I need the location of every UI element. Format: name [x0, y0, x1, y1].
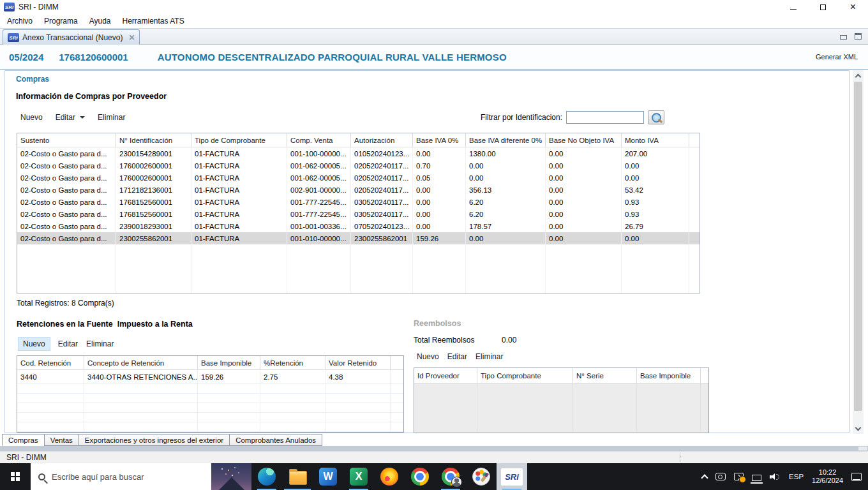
- cell[interactable]: 02-Costo o Gasto para d...: [17, 232, 116, 244]
- cell[interactable]: 0.00: [546, 160, 622, 172]
- mdi-maximize-icon[interactable]: [855, 33, 862, 40]
- cell[interactable]: 01-FACTURA: [191, 184, 287, 196]
- cell[interactable]: 01-FACTURA: [191, 220, 287, 232]
- cell[interactable]: 030520240117...: [351, 196, 413, 208]
- cell[interactable]: 0.00: [622, 172, 689, 184]
- cell[interactable]: 001-062-00005...: [287, 160, 351, 172]
- widgets-thumbnail[interactable]: [211, 463, 251, 490]
- cell[interactable]: 0.00: [466, 172, 546, 184]
- compras-nuevo-button[interactable]: Nuevo: [20, 113, 43, 122]
- reembolsos-editar-button[interactable]: Editar: [447, 352, 467, 361]
- cell[interactable]: 207.00: [622, 147, 689, 160]
- tab-anexo-transaccional[interactable]: SRi Anexo Transaccional (Nuevo) ✕: [3, 29, 140, 45]
- cell[interactable]: 0.05: [413, 172, 466, 184]
- table-row[interactable]: 02-Costo o Gasto para d...17600026000010…: [17, 160, 700, 172]
- column-header[interactable]: Base IVA diferente 0%: [466, 133, 546, 147]
- cell[interactable]: 02-Costo o Gasto para d...: [17, 172, 116, 184]
- cell[interactable]: 2300154289001: [116, 147, 191, 160]
- volume-icon[interactable]: [770, 473, 781, 481]
- compras-editar-button[interactable]: Editar: [56, 113, 85, 122]
- column-header[interactable]: Base Imponible: [198, 356, 260, 370]
- scroll-up-button[interactable]: [853, 70, 864, 80]
- column-header[interactable]: Base Imponible: [637, 368, 701, 383]
- cell[interactable]: 26.79: [622, 220, 689, 232]
- cell[interactable]: 020520240117...: [351, 184, 413, 196]
- cell[interactable]: 2300255862001: [116, 232, 191, 244]
- cell[interactable]: 2300255862001: [351, 232, 413, 244]
- cell[interactable]: 02-Costo o Gasto para d...: [17, 208, 116, 220]
- language-indicator[interactable]: ESP: [789, 473, 804, 480]
- vertical-scrollbar[interactable]: [853, 70, 864, 434]
- cell[interactable]: 001-777-22545...: [287, 196, 351, 208]
- column-header[interactable]: Cod. Retención: [17, 356, 84, 370]
- cell[interactable]: 6.20: [466, 196, 546, 208]
- cell[interactable]: 159.26: [413, 232, 466, 244]
- taskbar-search-input[interactable]: [52, 472, 186, 482]
- table-row[interactable]: 02-Costo o Gasto para d...17600026000010…: [17, 172, 700, 184]
- cell[interactable]: 01-FACTURA: [191, 232, 287, 244]
- close-button[interactable]: ×: [838, 0, 868, 14]
- cell[interactable]: 01-FACTURA: [191, 172, 287, 184]
- chrome-profile-taskbar-button[interactable]: [435, 463, 466, 490]
- column-header[interactable]: Monto IVA: [622, 133, 689, 147]
- retenciones-nuevo-button[interactable]: Nuevo: [19, 338, 50, 350]
- chrome-taskbar-button[interactable]: [405, 463, 435, 490]
- tray-expand-icon[interactable]: [701, 474, 708, 481]
- sri-dimm-taskbar-button[interactable]: SRi: [497, 463, 527, 490]
- cell[interactable]: 0.00: [546, 220, 622, 232]
- cell[interactable]: 02-Costo o Gasto para d...: [17, 184, 116, 196]
- reembolsos-eliminar-button[interactable]: Eliminar: [475, 352, 503, 361]
- column-header[interactable]: N° Serie: [573, 368, 637, 383]
- cell[interactable]: 53.42: [622, 184, 689, 196]
- retenciones-editar-button[interactable]: Editar: [58, 339, 78, 348]
- compras-table[interactable]: SustentoN° IdentificaciónTipo de Comprob…: [17, 133, 700, 293]
- scrollbar-thumb[interactable]: [854, 82, 862, 411]
- cell[interactable]: 002-901-00000...: [287, 184, 351, 196]
- cell[interactable]: 159.26: [198, 370, 260, 384]
- table-row[interactable]: 02-Costo o Gasto para d...23002558620010…: [17, 232, 700, 244]
- search-icon[interactable]: [648, 110, 664, 124]
- table-row[interactable]: 02-Costo o Gasto para d...17681525600010…: [17, 208, 700, 220]
- minimize-button[interactable]: [778, 0, 808, 14]
- column-header[interactable]: Base IVA 0%: [413, 133, 466, 147]
- tab-comprobantes-anulados[interactable]: Comprobantes Anulados: [229, 434, 322, 446]
- network-icon[interactable]: [752, 475, 761, 481]
- cell[interactable]: 0.70: [413, 160, 466, 172]
- cell[interactable]: 02-Costo o Gasto para d...: [17, 196, 116, 208]
- cell[interactable]: 0.00: [546, 184, 622, 196]
- tab-compras[interactable]: Compras: [2, 434, 45, 446]
- cell[interactable]: 02-Costo o Gasto para d...: [17, 220, 116, 232]
- scroll-down-button[interactable]: [853, 424, 864, 434]
- cell[interactable]: 3440: [17, 370, 84, 384]
- cell[interactable]: 020520240117...: [351, 172, 413, 184]
- cell[interactable]: 001-001-00336...: [287, 220, 351, 232]
- file-explorer-taskbar-button[interactable]: [282, 463, 313, 490]
- cell[interactable]: 030520240117...: [351, 208, 413, 220]
- cell[interactable]: 01-FACTURA: [191, 147, 287, 160]
- column-header[interactable]: Autorización: [351, 133, 413, 147]
- tab-ventas[interactable]: Ventas: [44, 434, 79, 446]
- cell[interactable]: 001-010-00000...: [287, 232, 351, 244]
- cell[interactable]: 020520240117...: [351, 160, 413, 172]
- menu-herramientas-ats[interactable]: Herramientas ATS: [117, 15, 190, 27]
- cell[interactable]: 01-FACTURA: [191, 196, 287, 208]
- cell[interactable]: 2.75: [260, 370, 326, 384]
- cell[interactable]: 0.00: [546, 196, 622, 208]
- column-header[interactable]: Tipo de Comprobante: [191, 133, 287, 147]
- start-button[interactable]: [0, 463, 31, 490]
- cell[interactable]: 0.00: [413, 220, 466, 232]
- tab-exportaciones[interactable]: Exportaciones y otros ingresos del exter…: [79, 434, 230, 446]
- cell[interactable]: 0.00: [546, 232, 622, 244]
- cell[interactable]: 0.00: [546, 147, 622, 160]
- column-header[interactable]: Comp. Venta: [287, 133, 351, 147]
- reembolsos-table[interactable]: Id ProveedorTipo ComprobanteN° SerieBase…: [414, 368, 708, 433]
- taskbar-search[interactable]: [31, 463, 211, 490]
- column-header[interactable]: Concepto de Retención: [84, 356, 198, 370]
- cell[interactable]: 0.00: [622, 160, 689, 172]
- cell[interactable]: 3440-OTRAS RETENCIONES A...: [84, 370, 198, 384]
- cell[interactable]: 178.57: [466, 220, 546, 232]
- cell[interactable]: 0.00: [413, 184, 466, 196]
- menu-archivo[interactable]: Archivo: [1, 15, 38, 27]
- paint-taskbar-button[interactable]: [466, 463, 497, 490]
- cell[interactable]: 0.00: [413, 208, 466, 220]
